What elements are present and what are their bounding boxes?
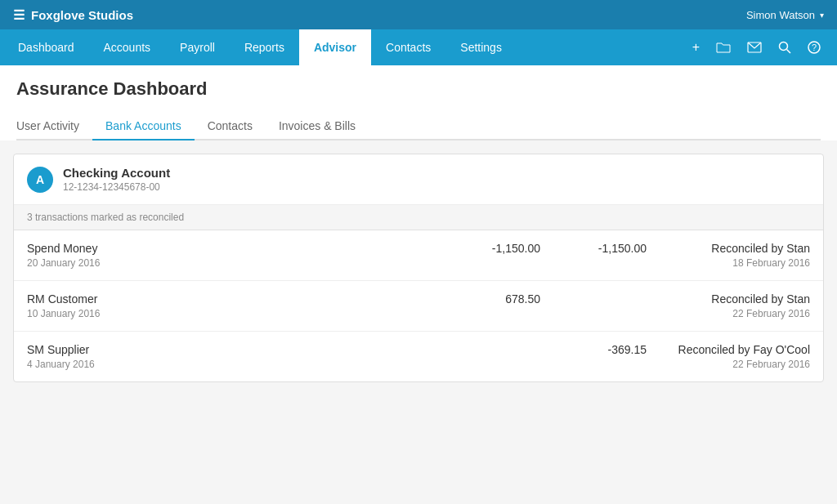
tx-name-1: RM Customer bbox=[27, 292, 434, 306]
tx-reconciled-date-1: 22 February 2016 bbox=[647, 308, 810, 319]
tx-date-1: 10 January 2016 bbox=[27, 308, 434, 319]
tx-reconciled-1: Reconciled by Stan 22 February 2016 bbox=[647, 292, 810, 319]
tx-date-2: 4 January 2016 bbox=[27, 359, 434, 370]
tx-amount1-1: 678.50 bbox=[434, 292, 540, 306]
tx-reconciled-by-1: Reconciled by Stan bbox=[647, 292, 810, 306]
page-content: Assurance Dashboard User Activity Bank A… bbox=[0, 65, 837, 140]
tab-contacts[interactable]: Contacts bbox=[195, 113, 266, 140]
table-row: SM Supplier 4 January 2016 -369.15 Recon… bbox=[14, 332, 823, 381]
tx-reconciled-0: Reconciled by Stan 18 February 2016 bbox=[647, 242, 810, 269]
nav-item-reports[interactable]: Reports bbox=[230, 29, 299, 65]
app-name: Foxglove Studios bbox=[31, 8, 133, 22]
nav-item-dashboard[interactable]: Dashboard bbox=[3, 29, 89, 65]
table-row: RM Customer 10 January 2016 678.50 Recon… bbox=[14, 281, 823, 332]
account-header: A Checking Account 12-1234-12345678-00 bbox=[14, 154, 823, 205]
table-row: Spend Money 20 January 2016 -1,150.00 -1… bbox=[14, 230, 823, 281]
nav-item-accounts[interactable]: Accounts bbox=[89, 29, 166, 65]
transactions-header: 3 transactions marked as reconciled bbox=[14, 205, 823, 230]
hamburger-icon[interactable]: ☰ bbox=[13, 7, 25, 23]
tabs: User Activity Bank Accounts Contacts Inv… bbox=[16, 113, 821, 140]
tab-bank-accounts[interactable]: Bank Accounts bbox=[92, 113, 195, 140]
tx-reconciled-by-2: Reconciled by Fay O'Cool bbox=[647, 343, 810, 356]
user-dropdown-arrow[interactable]: ▾ bbox=[820, 11, 824, 20]
top-bar: ☰ Foxglove Studios Simon Watson ▾ bbox=[0, 0, 837, 29]
svg-line-2 bbox=[787, 50, 791, 54]
tx-date-0: 20 January 2016 bbox=[27, 257, 434, 269]
tx-name-date-1: RM Customer 10 January 2016 bbox=[27, 292, 434, 319]
add-icon[interactable]: + bbox=[686, 37, 706, 58]
account-name: Checking Account bbox=[63, 166, 170, 180]
svg-text:?: ? bbox=[812, 42, 817, 52]
tx-name-0: Spend Money bbox=[27, 242, 434, 255]
brand: ☰ Foxglove Studios bbox=[13, 7, 133, 23]
tx-name-date: Spend Money 20 January 2016 bbox=[27, 242, 434, 269]
folder-icon[interactable] bbox=[709, 38, 737, 57]
search-icon[interactable] bbox=[772, 38, 798, 57]
account-number: 12-1234-12345678-00 bbox=[63, 181, 170, 193]
tx-reconciled-by-0: Reconciled by Stan bbox=[647, 242, 810, 255]
tx-reconciled-date-2: 22 February 2016 bbox=[647, 359, 810, 370]
nav-item-payroll[interactable]: Payroll bbox=[165, 29, 230, 65]
nav-item-settings[interactable]: Settings bbox=[445, 29, 517, 65]
tab-invoices-bills[interactable]: Invoices & Bills bbox=[266, 113, 369, 140]
svg-point-1 bbox=[780, 42, 788, 51]
tx-reconciled-2: Reconciled by Fay O'Cool 22 February 201… bbox=[647, 343, 810, 370]
tx-amount2-2: -369.15 bbox=[540, 343, 647, 356]
help-icon[interactable]: ? bbox=[801, 38, 827, 57]
account-avatar: A bbox=[27, 167, 53, 193]
user-area: Simon Watson ▾ bbox=[746, 9, 824, 21]
account-info: Checking Account 12-1234-12345678-00 bbox=[63, 166, 170, 193]
nav-bar: Dashboard Accounts Payroll Reports Advis… bbox=[0, 29, 837, 65]
tx-amount1-0: -1,150.00 bbox=[434, 242, 540, 255]
main-area: A Checking Account 12-1234-12345678-00 3… bbox=[0, 140, 837, 492]
tx-name-date-2: SM Supplier 4 January 2016 bbox=[27, 343, 434, 370]
user-name: Simon Watson bbox=[746, 9, 815, 21]
nav-item-contacts[interactable]: Contacts bbox=[371, 29, 445, 65]
nav-icons: + ? bbox=[686, 29, 837, 65]
tx-name-2: SM Supplier bbox=[27, 343, 434, 356]
mail-icon[interactable] bbox=[741, 38, 768, 56]
page-title: Assurance Dashboard bbox=[16, 78, 821, 100]
account-card: A Checking Account 12-1234-12345678-00 3… bbox=[13, 154, 824, 382]
tab-user-activity[interactable]: User Activity bbox=[16, 113, 92, 140]
tx-amount2-0: -1,150.00 bbox=[540, 242, 647, 255]
nav-item-advisor[interactable]: Advisor bbox=[299, 29, 371, 65]
tx-reconciled-date-0: 18 February 2016 bbox=[647, 257, 810, 269]
